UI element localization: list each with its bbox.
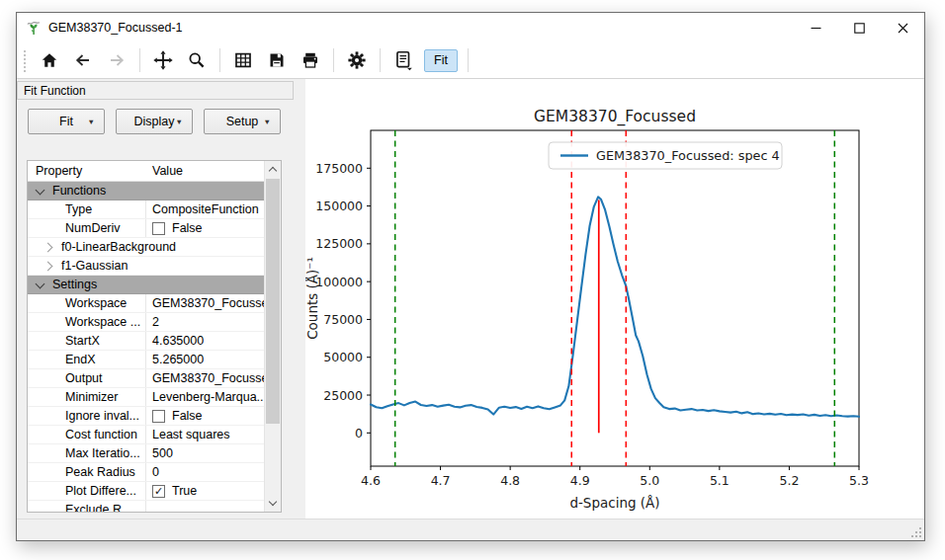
zoom-button[interactable] <box>182 46 212 74</box>
value-text: GEM38370_Focussed <box>152 371 264 385</box>
window-title: GEM38370_Focussed-1 <box>48 21 183 35</box>
settings-button[interactable] <box>342 46 372 74</box>
property-name: Workspace <box>28 294 145 312</box>
property-value[interactable]: 4.635000 <box>145 332 264 350</box>
chevron-down-icon <box>269 498 277 506</box>
value-text: CompositeFunction <box>152 202 259 216</box>
value-text: False <box>172 221 203 235</box>
property-value[interactable] <box>145 501 264 512</box>
group-label: Settings <box>52 278 97 291</box>
toolbar-separator <box>219 48 220 72</box>
table-row[interactable]: MinimizerLevenberg-Marqua... <box>28 388 264 407</box>
table-row[interactable]: f1-Gaussian <box>28 257 264 276</box>
dropdown-arrow-icon: ▼ <box>176 118 183 126</box>
value-text: False <box>172 409 203 423</box>
setup-menu-label: Setup <box>226 115 259 128</box>
table-row[interactable]: Workspace ...2 <box>28 313 264 332</box>
save-icon <box>267 50 287 70</box>
table-row[interactable]: f0-LinearBackground <box>28 238 264 257</box>
plot-canvas[interactable]: GEM38370_Focussed4.64.74.84.95.05.15.25.… <box>305 79 924 519</box>
x-tick-label: 4.8 <box>500 473 520 488</box>
table-row[interactable]: OutputGEM38370_Focussed <box>28 369 264 388</box>
display-menu-button[interactable]: Display ▼ <box>116 109 193 134</box>
home-icon <box>40 50 59 70</box>
property-value[interactable]: CompositeFunction <box>145 200 264 218</box>
table-row[interactable]: Cost functionLeast squares <box>28 426 264 444</box>
scrollbar-thumb[interactable] <box>266 179 280 424</box>
property-value[interactable]: Least squares <box>145 426 264 443</box>
x-tick-label: 5.2 <box>779 473 799 488</box>
minimize-icon <box>811 23 821 34</box>
toolbar-separator <box>468 48 469 72</box>
resize-grip-icon[interactable] <box>911 527 921 537</box>
value-text: Levenberg-Marqua... <box>152 390 264 404</box>
group-row[interactable]: Settings <box>28 276 264 294</box>
property-name: Minimizer <box>28 388 145 406</box>
property-value[interactable]: 5.265000 <box>145 351 264 368</box>
property-value[interactable]: GEM38370_Focussed <box>145 369 264 387</box>
minimize-button[interactable] <box>794 13 837 42</box>
close-icon <box>898 23 908 34</box>
table-row[interactable]: WorkspaceGEM38370_Focussed <box>28 294 264 313</box>
table-row[interactable]: TypeCompositeFunction <box>28 200 264 219</box>
group-row[interactable]: Functions <box>28 182 264 200</box>
property-value[interactable]: GEM38370_Focussed <box>145 294 264 312</box>
toolbar-drag-handle[interactable] <box>22 48 27 72</box>
fit-toggle-button[interactable]: Fit <box>424 49 458 72</box>
table-row[interactable]: Plot Differe...✓True <box>28 482 264 501</box>
close-button[interactable] <box>881 13 924 42</box>
table-row[interactable]: NumDerivFalse <box>28 219 264 238</box>
property-name: Max Iteratio... <box>28 444 145 462</box>
scroll-down-button[interactable] <box>265 495 281 512</box>
property-name: Type <box>28 200 145 218</box>
chevron-right-icon[interactable] <box>43 242 53 252</box>
settings-gear-icon <box>347 50 367 70</box>
table-row[interactable]: Peak Radius0 <box>28 463 264 482</box>
scroll-up-button[interactable] <box>265 161 281 178</box>
save-button[interactable] <box>262 46 292 74</box>
chevron-right-icon[interactable] <box>43 261 53 271</box>
table-row[interactable]: StartX4.635000 <box>28 332 264 351</box>
table-row[interactable]: Max Iteratio...500 <box>28 444 264 463</box>
chevron-up-icon <box>269 167 277 175</box>
property-value[interactable]: Levenberg-Marqua... <box>145 388 264 406</box>
setup-menu-button[interactable]: Setup ▼ <box>204 109 281 134</box>
property-value[interactable]: 500 <box>145 444 264 462</box>
generate-script-button[interactable] <box>388 46 418 74</box>
print-icon <box>301 50 320 70</box>
print-button[interactable] <box>296 46 325 74</box>
maximize-button[interactable] <box>837 13 881 42</box>
property-value[interactable]: 0 <box>145 463 264 481</box>
property-name: Plot Differe... <box>28 482 145 500</box>
table-scrollbar[interactable] <box>264 161 281 512</box>
pan-icon <box>152 49 174 71</box>
pan-button[interactable] <box>148 46 178 74</box>
y-tick-label: 25000 <box>323 388 363 403</box>
property-value[interactable]: 2 <box>145 313 264 331</box>
x-tick-label: 4.9 <box>570 473 590 488</box>
x-tick-label: 4.6 <box>361 473 381 488</box>
plot-title: GEM38370_Focussed <box>534 108 696 126</box>
property-name: Workspace ... <box>28 313 145 331</box>
property-name: Ignore inval... <box>28 407 145 425</box>
dropdown-arrow-icon: ▼ <box>88 118 95 126</box>
grid-button[interactable] <box>228 46 258 74</box>
value-text: GEM38370_Focussed <box>152 296 264 310</box>
table-row[interactable]: EndX5.265000 <box>28 351 264 369</box>
property-value[interactable]: False <box>145 219 264 237</box>
home-button[interactable] <box>35 46 64 74</box>
table-row[interactable]: Ignore inval...False <box>28 407 264 426</box>
table-row[interactable]: Exclude R... <box>28 501 264 512</box>
fit-menu-button[interactable]: Fit ▼ <box>28 109 105 134</box>
property-value[interactable]: False <box>145 407 264 425</box>
figure: GEM38370_Focussed4.64.74.84.95.05.15.25.… <box>305 79 926 522</box>
checkbox-checked[interactable]: ✓ <box>152 485 165 498</box>
checkbox-unchecked[interactable] <box>152 410 165 423</box>
forward-button[interactable] <box>102 46 131 74</box>
property-value[interactable]: ✓True <box>145 482 264 500</box>
status-bar <box>17 519 924 540</box>
back-button[interactable] <box>68 46 98 74</box>
y-tick-label: 150000 <box>315 199 363 213</box>
x-tick-label: 4.7 <box>431 473 451 488</box>
checkbox-unchecked[interactable] <box>152 222 165 235</box>
